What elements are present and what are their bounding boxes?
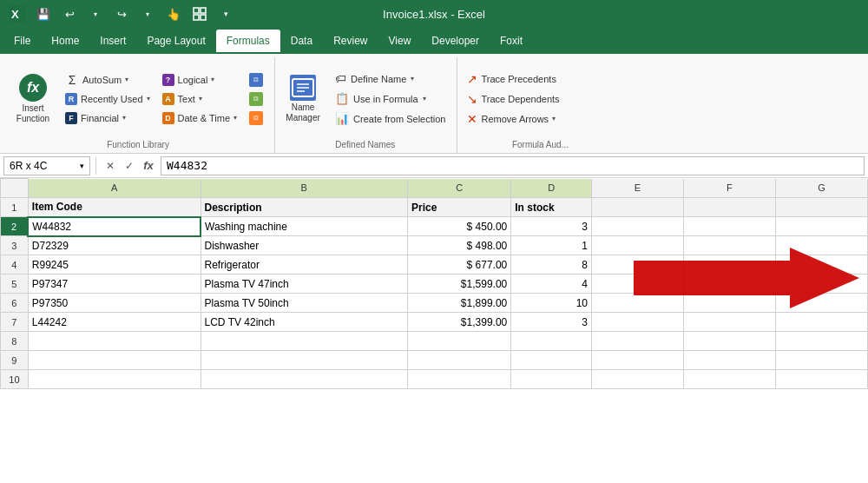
redo-dropdown-icon[interactable]: ▾ (137, 3, 158, 24)
save-icon[interactable]: 💾 (33, 3, 54, 24)
row-number-cell[interactable]: 1 (1, 198, 29, 217)
table-cell[interactable] (683, 332, 775, 351)
menu-data[interactable]: Data (280, 30, 323, 52)
table-cell[interactable] (683, 236, 775, 255)
table-cell[interactable] (591, 275, 683, 294)
table-cell[interactable]: L44242 (28, 313, 201, 332)
col-header-C[interactable]: C (408, 179, 511, 198)
table-cell[interactable]: 3 (511, 217, 592, 236)
table-cell[interactable]: $ 498.00 (408, 236, 511, 255)
col-header-G[interactable]: G (775, 179, 867, 198)
table-cell[interactable]: P97350 (28, 294, 201, 313)
table-cell[interactable] (511, 351, 592, 370)
table-cell[interactable]: Plasma TV 50inch (201, 294, 407, 313)
table-cell[interactable] (28, 351, 201, 370)
table-cell[interactable] (591, 236, 683, 255)
table-cell[interactable] (591, 370, 683, 389)
table-cell[interactable] (28, 370, 201, 389)
undo-dropdown-icon[interactable]: ▾ (85, 3, 106, 24)
table-cell[interactable]: Refrigerator (201, 255, 407, 275)
table-cell[interactable]: 4 (511, 275, 592, 294)
customize-qat-icon[interactable]: ▾ (215, 3, 236, 24)
trace-dependents-button[interactable]: ↘ Trace Dependents (463, 90, 563, 108)
table-cell[interactable] (775, 217, 867, 236)
math-trig-button[interactable]: ⧈ (245, 90, 267, 108)
name-manager-button[interactable]: Name Manager (280, 73, 326, 125)
table-cell[interactable] (591, 332, 683, 351)
table-cell[interactable] (408, 351, 511, 370)
table-cell[interactable]: W44832 (28, 217, 201, 236)
trace-precedents-button[interactable]: ↗ Trace Precedents (463, 70, 563, 88)
group-icon[interactable] (189, 3, 210, 24)
menu-review[interactable]: Review (323, 30, 378, 52)
table-cell[interactable] (775, 351, 867, 370)
table-cell[interactable]: Item Code (28, 198, 201, 217)
table-cell[interactable]: Price (408, 198, 511, 217)
row-number-cell[interactable]: 10 (1, 370, 29, 389)
menu-developer[interactable]: Developer (421, 30, 490, 52)
table-cell[interactable] (775, 313, 867, 332)
table-cell[interactable]: 8 (511, 255, 592, 275)
col-header-E[interactable]: E (591, 179, 683, 198)
col-header-B[interactable]: B (201, 179, 407, 198)
menu-home[interactable]: Home (41, 30, 89, 52)
table-cell[interactable] (28, 332, 201, 351)
table-cell[interactable]: $1,399.00 (408, 313, 511, 332)
table-cell[interactable]: D72329 (28, 236, 201, 255)
table-cell[interactable] (408, 332, 511, 351)
remove-arrows-button[interactable]: ✕ Remove Arrows ▾ (463, 110, 563, 128)
table-cell[interactable]: LCD TV 42inch (201, 313, 407, 332)
table-cell[interactable] (408, 370, 511, 389)
lookup-button[interactable]: ⧈ (245, 71, 267, 89)
table-cell[interactable]: 1 (511, 236, 592, 255)
row-number-cell[interactable]: 6 (1, 294, 29, 313)
use-in-formula-button[interactable]: 📋 Use in Formula ▾ (331, 90, 450, 108)
insert-function-fb-button[interactable]: fx (140, 157, 157, 175)
table-cell[interactable]: P97347 (28, 275, 201, 294)
table-cell[interactable] (201, 351, 407, 370)
table-cell[interactable] (683, 198, 775, 217)
table-cell[interactable] (683, 217, 775, 236)
autosum-button[interactable]: Σ AutoSum ▾ (61, 71, 155, 89)
row-number-cell[interactable]: 4 (1, 255, 29, 275)
table-cell[interactable] (775, 294, 867, 313)
cancel-formula-button[interactable]: ✕ (102, 157, 119, 175)
more-functions-button[interactable]: ⧈ (245, 109, 267, 127)
row-number-cell[interactable]: 5 (1, 275, 29, 294)
table-cell[interactable] (511, 332, 592, 351)
row-number-cell[interactable]: 3 (1, 236, 29, 255)
table-cell[interactable] (591, 313, 683, 332)
row-number-cell[interactable]: 7 (1, 313, 29, 332)
table-cell[interactable] (683, 313, 775, 332)
define-name-button[interactable]: 🏷 Define Name ▾ (331, 70, 450, 88)
table-cell[interactable] (591, 255, 683, 275)
menu-insert[interactable]: Insert (89, 30, 136, 52)
col-header-F[interactable]: F (683, 179, 775, 198)
table-cell[interactable]: Dishwasher (201, 236, 407, 255)
col-header-A[interactable]: A (28, 179, 201, 198)
table-cell[interactable] (683, 370, 775, 389)
menu-foxit[interactable]: Foxit (490, 30, 533, 52)
financial-button[interactable]: F Financial ▾ (61, 109, 155, 127)
table-cell[interactable] (775, 332, 867, 351)
undo-icon[interactable]: ↩ (59, 3, 80, 24)
menu-page-layout[interactable]: Page Layout (136, 30, 215, 52)
recently-used-button[interactable]: R Recently Used ▾ (61, 90, 155, 108)
menu-formulas[interactable]: Formulas (216, 30, 280, 52)
table-cell[interactable]: $1,899.00 (408, 294, 511, 313)
table-cell[interactable]: $ 677.00 (408, 255, 511, 275)
row-number-cell[interactable]: 9 (1, 351, 29, 370)
table-cell[interactable]: In stock (511, 198, 592, 217)
table-cell[interactable] (591, 351, 683, 370)
formula-input[interactable] (161, 156, 865, 175)
confirm-formula-button[interactable]: ✓ (121, 157, 138, 175)
create-from-selection-button[interactable]: 📊 Create from Selection (331, 110, 450, 128)
table-cell[interactable] (775, 236, 867, 255)
table-cell[interactable] (591, 217, 683, 236)
logical-button[interactable]: ? Logical ▾ (158, 71, 242, 89)
table-cell[interactable] (775, 275, 867, 294)
text-button[interactable]: A Text ▾ (158, 90, 242, 108)
table-cell[interactable]: $ 450.00 (408, 217, 511, 236)
table-cell[interactable] (683, 275, 775, 294)
table-cell[interactable] (201, 332, 407, 351)
